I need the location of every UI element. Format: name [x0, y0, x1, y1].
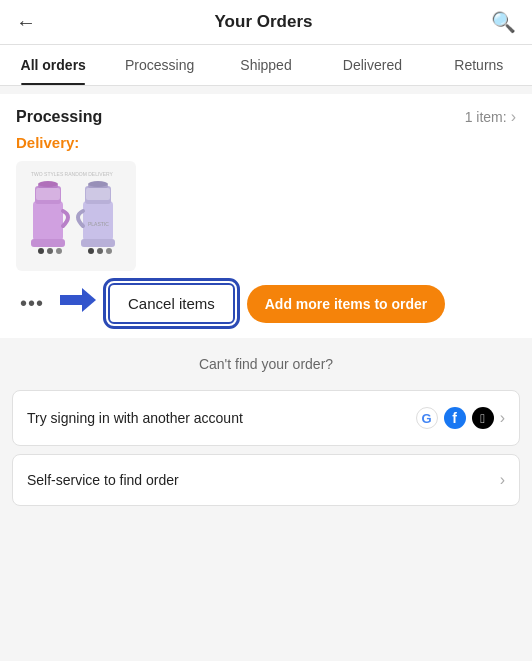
- sign-in-card[interactable]: Try signing in with another account G f …: [12, 390, 520, 446]
- self-service-chevron-icon: ›: [500, 471, 505, 489]
- tab-delivered[interactable]: Delivered: [319, 45, 425, 85]
- sign-in-options: G f  ›: [416, 407, 505, 429]
- tab-shipped[interactable]: Shipped: [213, 45, 319, 85]
- top-bar: ← Your Orders 🔍: [0, 0, 532, 45]
- more-options-button[interactable]: •••: [16, 288, 48, 319]
- svg-rect-14: [81, 239, 115, 247]
- back-icon[interactable]: ←: [16, 11, 36, 34]
- svg-point-6: [38, 248, 44, 254]
- svg-point-8: [56, 248, 62, 254]
- svg-point-4: [38, 181, 58, 187]
- svg-rect-18: [86, 188, 110, 200]
- svg-point-17: [106, 248, 112, 254]
- self-service-right: ›: [500, 471, 505, 489]
- product-image: TWO STYLES RANDOM DELIVERY: [16, 161, 136, 271]
- page-title: Your Orders: [215, 12, 313, 32]
- svg-point-7: [47, 248, 53, 254]
- actions-row: ••• Cancel items Add more items to order: [16, 283, 516, 324]
- section-header: Processing 1 item: ›: [16, 108, 516, 126]
- delivery-label: Delivery:: [16, 134, 516, 151]
- svg-marker-21: [82, 288, 96, 312]
- svg-rect-1: [33, 201, 63, 241]
- section-chevron-icon: ›: [511, 108, 516, 126]
- tab-returns[interactable]: Returns: [426, 45, 532, 85]
- google-icon: G: [416, 407, 438, 429]
- svg-point-16: [97, 248, 103, 254]
- tabs-bar: All orders Processing Shipped Delivered …: [0, 45, 532, 86]
- svg-point-15: [88, 248, 94, 254]
- tab-all-orders[interactable]: All orders: [0, 45, 106, 85]
- search-icon[interactable]: 🔍: [491, 10, 516, 34]
- section-meta: 1 item: ›: [465, 108, 516, 126]
- svg-rect-9: [36, 188, 60, 200]
- svg-point-13: [88, 181, 108, 187]
- svg-text:TWO STYLES RANDOM DELIVERY: TWO STYLES RANDOM DELIVERY: [31, 171, 114, 177]
- add-more-items-button[interactable]: Add more items to order: [247, 285, 446, 323]
- arrow-indicator-icon: [60, 286, 96, 321]
- section-title: Processing: [16, 108, 102, 126]
- facebook-icon: f: [444, 407, 466, 429]
- self-service-label: Self-service to find order: [27, 472, 179, 488]
- tab-processing[interactable]: Processing: [106, 45, 212, 85]
- processing-section: Processing 1 item: › Delivery: TWO STYLE…: [0, 94, 532, 338]
- apple-icon: : [472, 407, 494, 429]
- svg-rect-20: [60, 295, 84, 305]
- cancel-items-button[interactable]: Cancel items: [108, 283, 235, 324]
- sign-in-chevron-icon: ›: [500, 409, 505, 427]
- svg-rect-5: [31, 239, 65, 247]
- cant-find-text: Can't find your order?: [0, 338, 532, 382]
- self-service-card[interactable]: Self-service to find order ›: [12, 454, 520, 506]
- sign-in-label: Try signing in with another account: [27, 410, 243, 426]
- svg-text:PLASTIC: PLASTIC: [88, 221, 109, 227]
